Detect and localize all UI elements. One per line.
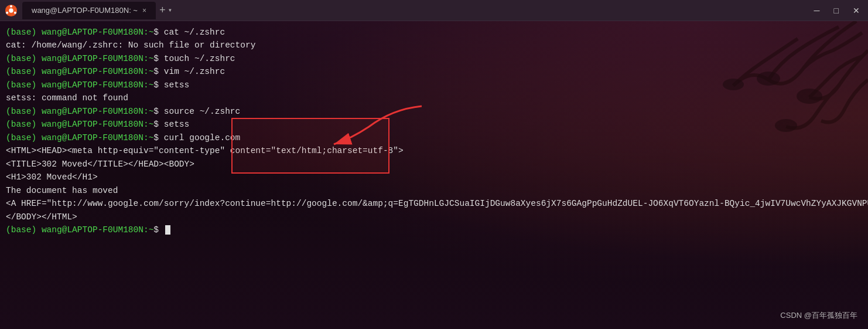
ubuntu-logo-icon	[5, 4, 18, 17]
terminal-line-1: (base) wang@LAPTOP-F0UM180N:~$ cat ~/.zs…	[6, 26, 862, 39]
tab-dropdown-button[interactable]: ▾	[168, 6, 172, 15]
terminal-line-2: cat: /home/wang/.zshrc: No such file or …	[6, 39, 862, 52]
svg-point-4	[6, 11, 8, 13]
svg-point-3	[14, 11, 16, 13]
terminal-line-5: (base) wang@LAPTOP-F0UM180N:~$ setss	[6, 79, 862, 91]
window-controls: ─ □ ✕	[811, 5, 863, 16]
maximize-button[interactable]: □	[831, 5, 842, 16]
close-window-button[interactable]: ✕	[849, 5, 863, 16]
title-bar: wang@LAPTOP-F0UM180N: ~ × + ▾ ─ □ ✕	[0, 0, 868, 21]
add-tab-button[interactable]: +	[159, 5, 166, 16]
tab-label: wang@LAPTOP-F0UM180N: ~	[32, 6, 138, 15]
active-tab[interactable]: wang@LAPTOP-F0UM180N: ~ ×	[22, 2, 156, 19]
minimize-button[interactable]: ─	[811, 5, 823, 16]
terminal-body[interactable]: (base) wang@LAPTOP-F0UM180N:~$ cat ~/.zs…	[0, 21, 868, 329]
terminal-line-4: (base) wang@LAPTOP-F0UM180N:~$ vim ~/.zs…	[6, 65, 862, 78]
tab-container: wang@LAPTOP-F0UM180N: ~ × + ▾	[22, 2, 811, 19]
terminal-line-12: <H1>302 Moved</H1>	[6, 171, 862, 184]
prompt-user-1: (base) wang@LAPTOP-F0UM180N:~	[6, 28, 153, 37]
terminal-line-15: </BODY></HTML>	[6, 211, 862, 223]
terminal-line-14: <A HREF="http://www.google.com/sorry/ind…	[6, 197, 862, 210]
annotation-arrow	[287, 97, 451, 156]
watermark: CSDN @百年孤独百年	[780, 310, 857, 321]
terminal-window: wang@LAPTOP-F0UM180N: ~ × + ▾ ─ □ ✕	[0, 0, 868, 329]
svg-point-2	[10, 5, 12, 7]
terminal-line-13: The document has moved	[6, 184, 862, 197]
tab-close-button[interactable]: ×	[142, 7, 146, 14]
cursor	[165, 225, 170, 235]
svg-point-1	[9, 8, 13, 12]
terminal-content: (base) wang@LAPTOP-F0UM180N:~$ cat ~/.zs…	[0, 21, 868, 329]
terminal-line-11: <TITLE>302 Moved</TITLE></HEAD><BODY>	[6, 158, 862, 171]
terminal-line-16: (base) wang@LAPTOP-F0UM180N:~$	[6, 223, 862, 236]
terminal-line-3: (base) wang@LAPTOP-F0UM180N:~$ touch ~/.…	[6, 52, 862, 65]
